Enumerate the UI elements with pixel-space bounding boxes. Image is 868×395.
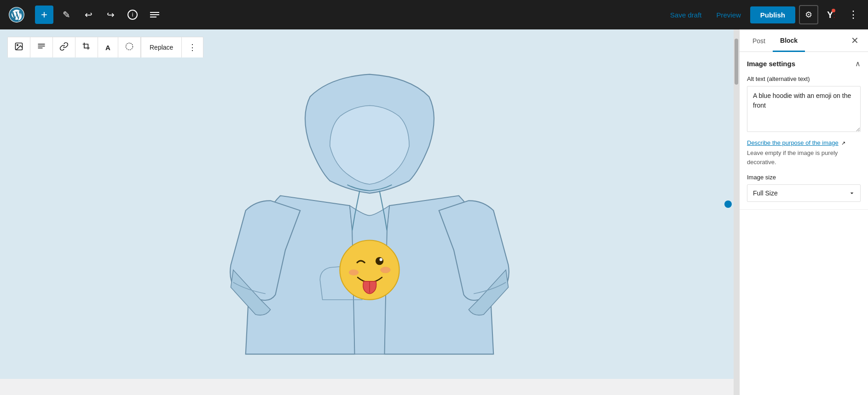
yoast-icon: Y:	[827, 9, 835, 21]
image-size-label: Image size	[747, 174, 861, 181]
wp-logo[interactable]	[6, 0, 28, 29]
replace-button[interactable]: Replace	[141, 37, 182, 57]
tab-post[interactable]: Post	[745, 30, 773, 52]
tools-button[interactable]: ✎	[57, 6, 75, 24]
list-view-button[interactable]	[145, 6, 164, 24]
editor-scrollbar[interactable]	[734, 29, 739, 395]
describe-purpose-link[interactable]: Describe the purpose of the image	[747, 139, 839, 146]
image-container	[0, 29, 739, 379]
link-button[interactable]	[53, 37, 75, 57]
panel-close-button[interactable]: ✕	[847, 31, 862, 50]
panel-tabs: Post Block ✕	[740, 29, 868, 52]
more-block-icon: ⋮	[188, 42, 197, 52]
tab-block[interactable]: Block	[773, 29, 805, 52]
svg-point-11	[349, 269, 359, 275]
top-bar: + ✎ ↩ ↪ i Save draft Preview Publish ⚙ Y…	[0, 0, 868, 29]
align-icon	[37, 42, 46, 53]
describe-helper-text: Leave empty if the image is purely decor…	[747, 149, 861, 166]
resize-handle[interactable]	[724, 200, 732, 208]
right-panel: Post Block ✕ Image settings ∧ Alt text (…	[739, 29, 868, 395]
more-icon: ⋮	[848, 9, 858, 21]
more-block-options-button[interactable]: ⋮	[182, 37, 203, 57]
image-settings-title: Image settings	[747, 60, 795, 68]
select-button[interactable]	[118, 37, 141, 57]
svg-point-9	[376, 257, 383, 265]
alt-text-label: Alt text (alternative text)	[747, 75, 861, 82]
more-options-button[interactable]: ⋮	[844, 6, 862, 24]
alt-text-field-wrapper: Alt text (alternative text)	[747, 75, 861, 134]
redo-button[interactable]: ↪	[101, 6, 120, 24]
svg-rect-5	[38, 48, 43, 49]
settings-button[interactable]: ⚙	[799, 5, 818, 24]
undo-button[interactable]: ↩	[79, 6, 98, 24]
editor-area: A Replace ⋮	[0, 29, 739, 395]
svg-rect-4	[38, 46, 45, 46]
image-settings-toggle[interactable]: ∧	[855, 59, 861, 68]
svg-point-2	[17, 45, 18, 46]
text-icon: A	[105, 44, 110, 52]
image-settings-section: Image settings ∧ Alt text (alternative t…	[740, 52, 868, 210]
text-button[interactable]: A	[98, 37, 118, 57]
crop-button[interactable]	[75, 37, 98, 57]
save-draft-button[interactable]: Save draft	[665, 7, 707, 23]
preview-button[interactable]: Preview	[711, 7, 746, 23]
image-settings-header: Image settings ∧	[747, 59, 861, 68]
yoast-button[interactable]: Y:	[822, 6, 840, 24]
svg-rect-3	[38, 44, 45, 45]
top-bar-right: Save draft Preview Publish ⚙ Y: ⋮	[665, 5, 862, 24]
select-icon	[125, 42, 134, 53]
describe-link-wrapper: Describe the purpose of the image ↗ Leav…	[747, 138, 861, 166]
add-block-button[interactable]: +	[35, 6, 53, 24]
image-size-select[interactable]: Full Size Large Medium Thumbnail	[747, 184, 861, 202]
align-button[interactable]	[30, 37, 53, 57]
publish-button[interactable]: Publish	[750, 6, 795, 23]
svg-point-6	[126, 43, 133, 50]
alt-text-input[interactable]	[747, 86, 861, 132]
image-icon	[14, 42, 23, 53]
main-layout: A Replace ⋮	[0, 29, 868, 395]
link-icon	[59, 42, 69, 53]
block-toolbar: A Replace ⋮	[7, 37, 203, 57]
image-block-button[interactable]	[8, 37, 30, 57]
external-link-icon: ↗	[841, 140, 845, 146]
gear-icon: ⚙	[805, 10, 812, 20]
hoodie-image	[208, 57, 531, 379]
image-size-wrapper: Image size Full Size Large Medium Thumbn…	[747, 174, 861, 202]
crop-icon	[82, 42, 91, 53]
info-button[interactable]: i	[123, 6, 142, 24]
scrollbar-thumb[interactable]	[735, 39, 738, 85]
svg-point-12	[381, 267, 391, 273]
svg-point-10	[380, 258, 382, 261]
